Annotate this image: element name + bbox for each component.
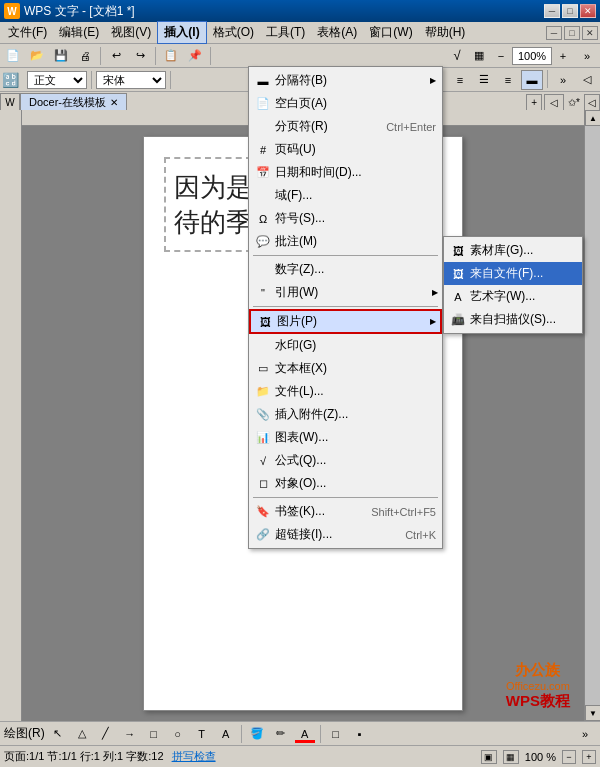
tab-new-btn[interactable]: +: [526, 94, 542, 112]
bookmark-icon: 🔖: [255, 504, 271, 520]
hyperlink-icon: 🔗: [255, 527, 271, 543]
menu-sep2: [253, 306, 438, 307]
window-controls[interactable]: ─ □ ✕: [544, 4, 596, 18]
tab-nav-btn[interactable]: ◁: [544, 94, 564, 112]
menu-table[interactable]: 表格(A): [311, 22, 363, 43]
menu-formula[interactable]: √ 公式(Q)...: [249, 449, 442, 472]
copy-btn[interactable]: 📋: [160, 46, 182, 66]
draw-fill-btn[interactable]: 🪣: [246, 724, 268, 744]
draw-line-color-btn[interactable]: ✏: [270, 724, 292, 744]
menu-insert[interactable]: 插入(I): [157, 21, 206, 44]
align-left-btn[interactable]: ≡: [449, 70, 471, 90]
doc-minimize-btn[interactable]: ─: [546, 26, 562, 40]
zoom-plus-btn[interactable]: +: [582, 750, 596, 764]
special-btn[interactable]: ▦: [468, 46, 490, 66]
zoom-out-btn[interactable]: −: [490, 46, 512, 66]
doc-close-btn[interactable]: ✕: [582, 26, 598, 40]
scroll-down-btn[interactable]: ▼: [585, 705, 600, 721]
menu-watermark[interactable]: 水印(G): [249, 334, 442, 357]
draw-shapes-btn[interactable]: △: [71, 724, 93, 744]
menu-symbol[interactable]: Ω 符号(S)...: [249, 207, 442, 230]
watermark: 办公族 Officezu.com WPS教程: [506, 661, 570, 711]
sidebar-btn[interactable]: ◁: [576, 70, 598, 90]
textbox-icon: ▭: [255, 361, 271, 377]
close-button[interactable]: ✕: [580, 4, 596, 18]
draw-line-btn[interactable]: ╱: [95, 724, 117, 744]
submenu-gallery[interactable]: 🖼 素材库(G)...: [444, 239, 582, 262]
scroll-up-btn[interactable]: ▲: [585, 110, 600, 126]
more-btn[interactable]: »: [552, 70, 574, 90]
save-btn[interactable]: 💾: [50, 46, 72, 66]
menu-chart[interactable]: 📊 图表(W)...: [249, 426, 442, 449]
zoom-in-btn[interactable]: +: [552, 46, 574, 66]
menu-bar: 文件(F) 编辑(E) 视图(V) 插入(I) 格式(O) 工具(T) 表格(A…: [0, 22, 600, 44]
spell-check-link[interactable]: 拼写检查: [172, 749, 216, 764]
menu-file-insert[interactable]: 📁 文件(L)...: [249, 380, 442, 403]
redo-btn[interactable]: ↪: [129, 46, 151, 66]
title-text: WPS 文字 - [文档1 *]: [24, 3, 135, 20]
menu-object[interactable]: ◻ 对象(O)...: [249, 472, 442, 495]
math-btn[interactable]: √: [446, 46, 468, 66]
maximize-button[interactable]: □: [562, 4, 578, 18]
draw-ellipse-btn[interactable]: ○: [167, 724, 189, 744]
align-center-btn[interactable]: ☰: [473, 70, 495, 90]
font-select[interactable]: 宋体: [96, 71, 166, 89]
menu-hyperlink[interactable]: 🔗 超链接(I)... Ctrl+K: [249, 523, 442, 546]
new-btn[interactable]: 📄: [2, 46, 24, 66]
draw-arrow-btn[interactable]: →: [119, 724, 141, 744]
sidebar-toggle-btn[interactable]: ◁: [584, 94, 600, 112]
menu-help[interactable]: 帮助(H): [419, 22, 472, 43]
draw-label: 绘图(R): [4, 725, 45, 742]
sep3: [210, 47, 211, 65]
draw-font-color-btn[interactable]: A: [294, 724, 316, 744]
draw-shadow-btn[interactable]: □: [325, 724, 347, 744]
menu-view[interactable]: 视图(V): [105, 22, 157, 43]
submenu-scanner[interactable]: 📠 来自扫描仪(S)...: [444, 308, 582, 331]
menu-picture[interactable]: 🖼 图片(P): [249, 309, 442, 334]
paste-btn[interactable]: 📌: [184, 46, 206, 66]
attachment-icon: 📎: [255, 407, 271, 423]
menu-datetime[interactable]: 📅 日期和时间(D)...: [249, 161, 442, 184]
sep2: [155, 47, 156, 65]
menu-field[interactable]: 域(F)...: [249, 184, 442, 207]
menu-edit[interactable]: 编辑(E): [53, 22, 105, 43]
draw-cursor-btn[interactable]: ↖: [47, 724, 69, 744]
zoom-minus-btn[interactable]: −: [562, 750, 576, 764]
doc-restore-btn[interactable]: □: [564, 26, 580, 40]
minimize-button[interactable]: ─: [544, 4, 560, 18]
view-normal-btn[interactable]: ▣: [481, 750, 497, 764]
doc-tab-close[interactable]: ✕: [110, 97, 118, 108]
menu-quote[interactable]: " 引用(W): [249, 281, 442, 304]
draw-wordart-btn[interactable]: A: [215, 724, 237, 744]
style-select[interactable]: 正文: [27, 71, 87, 89]
menu-page-num[interactable]: # 页码(U): [249, 138, 442, 161]
menu-number[interactable]: 数字(Z)...: [249, 258, 442, 281]
menu-textbox[interactable]: ▭ 文本框(X): [249, 357, 442, 380]
submenu-from-file[interactable]: 🖼 来自文件(F)...: [444, 262, 582, 285]
align-right-btn[interactable]: ≡: [497, 70, 519, 90]
open-btn[interactable]: 📂: [26, 46, 48, 66]
expand-btn[interactable]: »: [576, 46, 598, 66]
draw-sep2: [320, 725, 321, 743]
menu-separator-sym[interactable]: ▬ 分隔符(B) ▶: [249, 69, 442, 92]
draw-3d-btn[interactable]: ▪: [349, 724, 371, 744]
toolbar-row-1: 📄 📂 💾 🖨 ↩ ↪ 📋 📌 √ ▦ − + »: [0, 44, 600, 68]
menu-attachment[interactable]: 📎 插入附件(Z)...: [249, 403, 442, 426]
menu-page-break[interactable]: 分页符(R) Ctrl+Enter: [249, 115, 442, 138]
view-web-btn[interactable]: ▦: [503, 750, 519, 764]
draw-textbox-btn[interactable]: T: [191, 724, 213, 744]
menu-window[interactable]: 窗口(W): [363, 22, 418, 43]
menu-file[interactable]: 文件(F): [2, 22, 53, 43]
submenu-wordart[interactable]: A 艺术字(W)...: [444, 285, 582, 308]
draw-rect-btn[interactable]: □: [143, 724, 165, 744]
zoom-input[interactable]: [512, 47, 552, 65]
menu-comment[interactable]: 💬 批注(M): [249, 230, 442, 253]
menu-blank-page[interactable]: 📄 空白页(A): [249, 92, 442, 115]
menu-tools[interactable]: 工具(T): [260, 22, 311, 43]
undo-btn[interactable]: ↩: [105, 46, 127, 66]
draw-more-btn[interactable]: »: [574, 724, 596, 744]
menu-format[interactable]: 格式(O): [207, 22, 260, 43]
align-justify-btn[interactable]: ▬: [521, 70, 543, 90]
menu-bookmark[interactable]: 🔖 书签(K)... Shift+Ctrl+F5: [249, 500, 442, 523]
print-btn[interactable]: 🖨: [74, 46, 96, 66]
